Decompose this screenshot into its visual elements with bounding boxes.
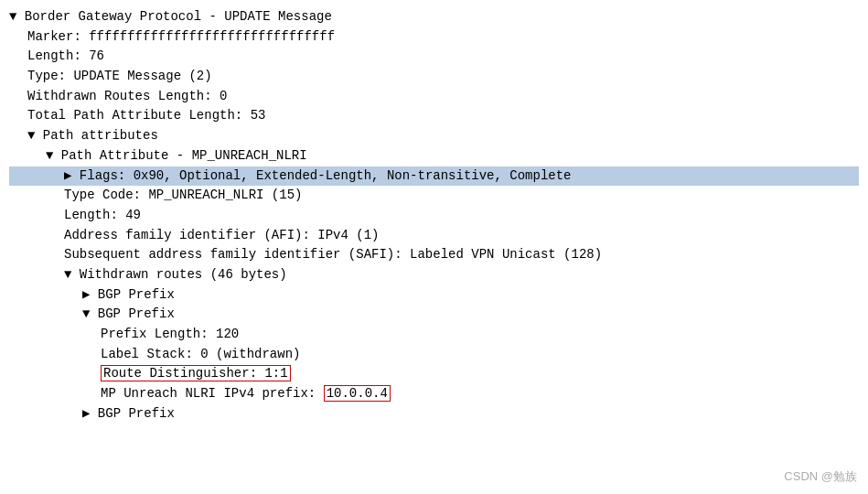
packet-line: Address family identifier (AFI): IPv4 (1… [9, 226, 859, 246]
packet-line: ▶ Flags: 0x90, Optional, Extended-Length… [9, 166, 859, 187]
packet-line: Label Stack: 0 (withdrawn) [9, 345, 859, 365]
packet-content: ▼ Border Gateway Protocol - UPDATE Messa… [0, 0, 868, 431]
packet-line: Type Code: MP_UNREACH_NLRI (15) [9, 186, 859, 206]
packet-line: Total Path Attribute Length: 53 [9, 106, 859, 126]
packet-line: ▶ BGP Prefix [9, 404, 859, 424]
packet-line: Length: 49 [9, 206, 859, 226]
packet-line: ▶ BGP Prefix [9, 285, 859, 306]
packet-line: Prefix Length: 120 [9, 325, 859, 345]
packet-line: Length: 76 [9, 47, 859, 67]
packet-line: ▼ Withdrawn routes (46 bytes) [9, 265, 859, 285]
watermark: CSDN @勉族 [784, 468, 857, 485]
boxed-text: Route Distinguisher: 1:1 [101, 365, 291, 381]
packet-line: Type: UPDATE Message (2) [9, 67, 859, 87]
packet-line: ▼ Path attributes [9, 126, 859, 146]
packet-line: Withdrawn Routes Length: 0 [9, 87, 859, 107]
packet-line: Marker: ffffffffffffffffffffffffffffffff [9, 27, 859, 48]
packet-line: ▼ BGP Prefix [9, 305, 859, 325]
packet-line: MP Unreach NLRI IPv4 prefix: 10.0.0.4 [9, 384, 859, 404]
packet-line: Route Distinguisher: 1:1 [9, 364, 859, 384]
packet-line: ▼ Border Gateway Protocol - UPDATE Messa… [9, 7, 859, 27]
packet-line: ▼ Path Attribute - MP_UNREACH_NLRI [9, 146, 859, 166]
boxed-text: 10.0.0.4 [324, 385, 391, 402]
packet-line: Subsequent address family identifier (SA… [9, 245, 859, 265]
